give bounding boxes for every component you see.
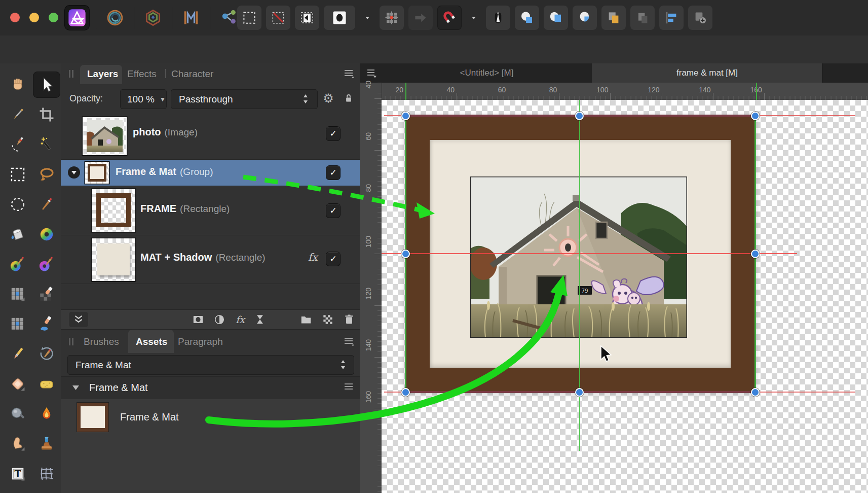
flood-fill-tool[interactable]	[4, 221, 31, 248]
zoom-tool[interactable]	[4, 401, 31, 427]
expand-triangle-icon[interactable]	[68, 166, 80, 179]
new-pixel-layer-icon[interactable]	[320, 312, 336, 327]
gradient-tool[interactable]	[33, 221, 60, 248]
tab-brushes[interactable]: Brushes	[84, 336, 119, 347]
horizontal-ruler[interactable]: 20406080100120140160	[382, 83, 868, 100]
layer-visibility-checkbox[interactable]: ✓	[326, 252, 340, 266]
layer-thumbnail-mat[interactable]	[92, 238, 135, 281]
section-disclosure-icon[interactable]	[72, 384, 80, 391]
document-tabs-menu-icon[interactable]	[364, 67, 379, 79]
order-backward-button[interactable]	[630, 6, 655, 30]
assets-panel-menu-icon[interactable]	[343, 336, 356, 346]
layer-row-photo[interactable]: photo (Image) ✓	[61, 113, 360, 160]
layers-panel-menu-icon[interactable]	[343, 68, 356, 79]
dodge-brush-tool[interactable]	[4, 371, 31, 397]
colour-swatch-button[interactable]	[324, 6, 355, 30]
artistic-text-tool[interactable]: T	[4, 461, 31, 487]
no-stroke-style-button[interactable]	[266, 6, 290, 30]
selection-handle[interactable]	[751, 388, 760, 397]
tab-effects[interactable]: Effects	[127, 68, 157, 80]
minimize-button[interactable]	[29, 13, 39, 22]
move-tool[interactable]	[33, 72, 60, 98]
live-filter-icon[interactable]	[252, 312, 268, 327]
zoom-button[interactable]	[49, 13, 58, 22]
tab-layers-label[interactable]: Layers	[87, 68, 118, 80]
elliptical-marquee-tool[interactable]	[4, 191, 31, 218]
selection-handle[interactable]	[575, 388, 584, 397]
selection-handle[interactable]	[401, 388, 410, 397]
alignment-button[interactable]	[659, 6, 684, 30]
pixel-tool[interactable]	[4, 281, 31, 307]
pixel-brush-tool[interactable]	[33, 251, 60, 277]
mesh-warp-tool[interactable]	[33, 461, 60, 487]
asset-category-dropdown[interactable]: Frame & Mat	[67, 355, 354, 375]
delete-layer-icon[interactable]	[341, 312, 357, 327]
layer-fx-badge[interactable]: fx	[308, 251, 318, 263]
affinity-m-logo-icon[interactable]	[179, 6, 203, 30]
crop-tool[interactable]	[33, 101, 60, 128]
selection-brush-tool[interactable]	[4, 131, 31, 158]
asset-item-frame-mat[interactable]: Frame & Mat	[61, 399, 360, 440]
section-menu-icon[interactable]	[344, 382, 354, 392]
panel-grip-icon[interactable]	[69, 338, 74, 345]
affinity-publisher-icon[interactable]	[141, 6, 165, 30]
paint-brush-tool[interactable]	[33, 191, 60, 218]
boolean-subtract-button[interactable]	[544, 6, 568, 30]
snapping-caret-button[interactable]	[466, 6, 481, 30]
panel-grip-icon[interactable]	[69, 70, 74, 78]
insert-behind-button[interactable]	[688, 6, 712, 30]
blend-mode-dropdown[interactable]: Passthrough	[171, 89, 318, 109]
tab-character[interactable]: Character	[171, 68, 213, 80]
asset-section-header[interactable]: Frame & Mat	[61, 376, 360, 400]
opacity-dropdown[interactable]: 100 % ▼	[120, 89, 167, 109]
colour-replacement-brush-tool[interactable]	[4, 251, 31, 277]
layer-row-frame-mat-group[interactable]: Frame & Mat (Group) ✓	[61, 160, 360, 186]
collapse-layers-icon[interactable]	[69, 312, 88, 327]
document-tab-frame-mat[interactable]: frame & mat [M]	[592, 63, 823, 83]
canvas-viewport[interactable]: 79	[382, 100, 868, 493]
layer-visibility-checkbox[interactable]: ✓	[326, 127, 340, 140]
group-layers-icon[interactable]	[298, 312, 314, 327]
selection-handle[interactable]	[751, 250, 760, 258]
selection-handle[interactable]	[575, 112, 584, 120]
layer-row-mat-shadow[interactable]: MAT + Shadow (Rectangle) fx ✓	[61, 235, 360, 284]
layer-visibility-checkbox[interactable]: ✓	[326, 166, 340, 180]
photo-image-house-graffiti[interactable]: 79	[470, 177, 687, 338]
snap-to-grid-button[interactable]	[380, 6, 404, 30]
rectangular-marquee-tool[interactable]	[4, 161, 31, 188]
mask-layer-icon[interactable]	[190, 312, 206, 327]
swatch-caret-button[interactable]	[360, 6, 375, 30]
tab-assets-label[interactable]: Assets	[136, 336, 167, 347]
inpainting-brush-tool[interactable]	[4, 311, 31, 337]
selection-handle[interactable]	[401, 112, 410, 120]
selection-handle[interactable]	[401, 250, 410, 258]
layer-thumbnail-photo[interactable]	[83, 117, 127, 155]
asset-thumbnail[interactable]	[77, 403, 108, 432]
layer-row-frame[interactable]: FRAME (Rectangle) ✓	[61, 186, 360, 235]
affinity-photo-icon[interactable]	[65, 6, 89, 30]
snapping-magnet-button[interactable]	[437, 6, 462, 30]
flood-eraser-tool[interactable]	[33, 311, 60, 337]
adjustment-layer-icon[interactable]	[211, 312, 228, 327]
close-button[interactable]	[10, 13, 20, 22]
layer-effects-icon[interactable]: fx	[232, 312, 248, 327]
lock-icon[interactable]	[341, 90, 357, 107]
assistant-button[interactable]	[486, 6, 510, 30]
boolean-add-button[interactable]	[515, 6, 539, 30]
clone-stamp-tool[interactable]	[33, 431, 60, 457]
freehand-selection-tool[interactable]	[33, 161, 60, 188]
vertical-ruler[interactable]: 406080100120140160	[360, 83, 382, 493]
clip-to-canvas-button[interactable]	[295, 6, 319, 30]
order-forward-button[interactable]	[601, 6, 626, 30]
background-eraser-tool[interactable]	[33, 281, 60, 307]
colour-picker-tool[interactable]	[4, 101, 31, 128]
burn-brush-tool[interactable]	[33, 401, 60, 427]
blend-options-gear-icon[interactable]: ⚙	[320, 90, 336, 107]
layer-visibility-checkbox[interactable]: ✓	[326, 204, 340, 218]
undo-brush-tool[interactable]	[33, 341, 60, 367]
sponge-brush-tool[interactable]	[33, 371, 60, 397]
move-forward-button[interactable]	[408, 6, 433, 30]
layer-thumbnail-frame[interactable]	[92, 189, 135, 232]
smudge-brush-tool[interactable]	[4, 431, 31, 457]
document-tab-untitled[interactable]: <Untitled> [M]	[382, 63, 592, 83]
